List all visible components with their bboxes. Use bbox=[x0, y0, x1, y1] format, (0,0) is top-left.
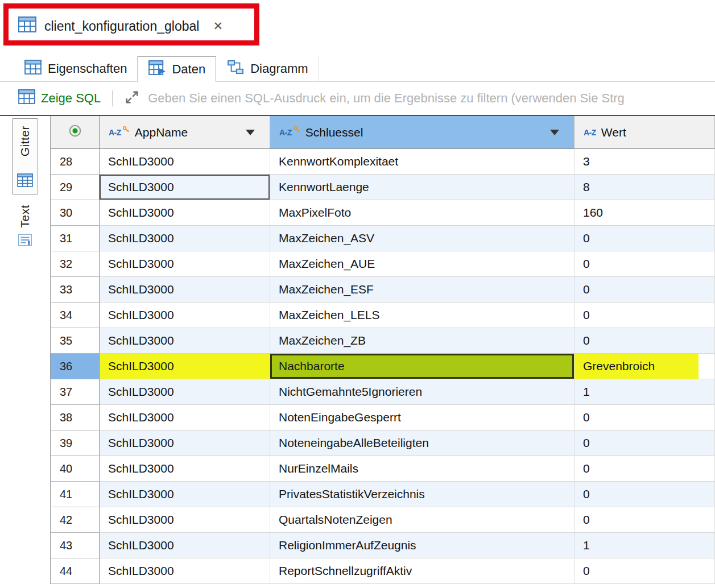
appname-cell[interactable]: SchILD3000 bbox=[100, 354, 270, 379]
appname-cell[interactable]: SchILD3000 bbox=[100, 226, 270, 251]
schluessel-cell[interactable]: MaxZeichen_ZB bbox=[270, 328, 575, 354]
appname-cell[interactable]: SchILD3000 bbox=[100, 456, 270, 482]
schluessel-cell[interactable]: MaxZeichen_ASV bbox=[270, 226, 575, 251]
schluessel-cell[interactable]: ReligionImmerAufZeugnis bbox=[270, 533, 575, 558]
appname-cell[interactable]: SchILD3000 bbox=[100, 507, 270, 533]
row-number-cell[interactable]: 28 bbox=[50, 149, 100, 175]
table-row: 36 SchILD3000 Nachbarorte Grevenbroich bbox=[50, 354, 715, 379]
presentation-text-button[interactable]: Text bbox=[18, 205, 32, 249]
appname-cell[interactable]: SchILD3000 bbox=[100, 303, 270, 328]
table-row: 32 SchILD3000 MaxZeichen_AUE 0 bbox=[50, 251, 715, 277]
appname-cell[interactable]: SchILD3000 bbox=[100, 149, 270, 175]
appname-cell[interactable]: SchILD3000 bbox=[100, 558, 270, 584]
wert-cell[interactable]: 0 bbox=[575, 277, 715, 303]
row-number-cell[interactable]: 41 bbox=[50, 482, 100, 507]
schluessel-cell[interactable]: NoteneingabeAlleBeteiligten bbox=[270, 430, 575, 456]
row-number-cell[interactable]: 36 bbox=[50, 354, 100, 379]
schluessel-cell[interactable]: KennwortKomplexitaet bbox=[270, 149, 575, 175]
column-header-appname[interactable]: A-Z AppName bbox=[100, 116, 270, 149]
table-row: 35 SchILD3000 MaxZeichen_ZB 0 bbox=[50, 328, 715, 354]
row-number-cell[interactable]: 44 bbox=[50, 558, 100, 584]
appname-cell[interactable]: SchILD3000 bbox=[100, 200, 270, 226]
wert-cell[interactable]: 160 bbox=[575, 200, 715, 226]
wert-cell[interactable]: 0 bbox=[575, 430, 715, 456]
schluessel-cell[interactable]: ReportSchnellzugriffAktiv bbox=[270, 558, 575, 584]
row-number-cell[interactable]: 32 bbox=[50, 251, 100, 277]
appname-cell[interactable]: SchILD3000 bbox=[100, 482, 270, 507]
row-number-cell[interactable]: 37 bbox=[50, 379, 100, 405]
schluessel-cell[interactable]: NichtGemahnte5Ignorieren bbox=[270, 379, 575, 405]
wert-cell[interactable]: 1 bbox=[575, 379, 715, 405]
select-all-corner[interactable] bbox=[50, 116, 100, 149]
column-header-wert[interactable]: A-Z Wert bbox=[575, 116, 715, 149]
schluessel-cell[interactable]: MaxZeichen_LELS bbox=[270, 303, 575, 328]
text-icon bbox=[18, 234, 32, 249]
table-data-icon bbox=[148, 60, 166, 78]
wert-cell[interactable]: 0 bbox=[575, 507, 715, 533]
appname-cell[interactable]: SchILD3000 bbox=[100, 379, 270, 405]
tab-daten[interactable]: Daten bbox=[138, 56, 216, 82]
tab-diagramm[interactable]: Diagramm bbox=[216, 56, 319, 81]
column-dropdown-icon[interactable] bbox=[550, 130, 559, 135]
close-icon[interactable]: ✕ bbox=[213, 19, 223, 33]
schluessel-cell[interactable]: PrivatesStatistikVerzeichnis bbox=[270, 482, 575, 507]
table-row: 41 SchILD3000 PrivatesStatistikVerzeichn… bbox=[50, 482, 715, 507]
document-tab[interactable]: client_konfiguration_global ✕ bbox=[0, 16, 223, 36]
schluessel-cell[interactable]: QuartalsNotenZeigen bbox=[270, 507, 575, 533]
wert-cell[interactable]: 0 bbox=[575, 303, 715, 328]
table-row: 38 SchILD3000 NotenEingabeGesperrt 0 bbox=[50, 405, 715, 430]
row-number-cell[interactable]: 34 bbox=[50, 303, 100, 328]
tab-label: Diagramm bbox=[250, 61, 308, 76]
table-icon bbox=[18, 89, 35, 107]
schluessel-cell[interactable]: KennwortLaenge bbox=[270, 175, 575, 200]
wert-cell[interactable]: 3 bbox=[575, 149, 715, 175]
wert-cell[interactable]: 8 bbox=[575, 175, 715, 200]
appname-cell[interactable]: SchILD3000 bbox=[100, 175, 270, 200]
schluessel-cell[interactable]: Nachbarorte bbox=[270, 354, 575, 379]
data-toolbar: Zeige SQL bbox=[0, 82, 715, 116]
row-number-cell[interactable]: 30 bbox=[50, 200, 100, 226]
appname-cell[interactable]: SchILD3000 bbox=[100, 277, 270, 303]
row-number-cell[interactable]: 43 bbox=[50, 533, 100, 558]
data-grid: A-Z AppName A-Z Schl bbox=[50, 116, 715, 587]
results-area: Gitter Text bbox=[0, 116, 715, 587]
row-number-cell[interactable]: 42 bbox=[50, 507, 100, 533]
wert-cell[interactable]: 0 bbox=[575, 226, 715, 251]
expand-filter-icon[interactable] bbox=[124, 89, 140, 107]
wert-cell[interactable]: 1 bbox=[575, 533, 715, 558]
wert-cell[interactable]: 0 bbox=[575, 482, 715, 507]
table-icon bbox=[24, 60, 42, 78]
row-number-cell[interactable]: 38 bbox=[50, 405, 100, 430]
wert-cell[interactable]: Grevenbroich bbox=[575, 354, 715, 379]
wert-cell[interactable]: 0 bbox=[575, 405, 715, 430]
wert-cell[interactable]: 0 bbox=[575, 456, 715, 482]
wert-cell[interactable]: 0 bbox=[575, 328, 715, 354]
row-number-cell[interactable]: 33 bbox=[50, 277, 100, 303]
row-number-cell[interactable]: 40 bbox=[50, 456, 100, 482]
schluessel-cell[interactable]: NurEinzelMails bbox=[270, 456, 575, 482]
tab-eigenschaften[interactable]: Eigenschaften bbox=[14, 56, 138, 81]
appname-cell[interactable]: SchILD3000 bbox=[100, 251, 270, 277]
row-number-cell[interactable]: 29 bbox=[50, 175, 100, 200]
appname-cell[interactable]: SchILD3000 bbox=[100, 430, 270, 456]
appname-cell[interactable]: SchILD3000 bbox=[100, 533, 270, 558]
sql-filter-input[interactable] bbox=[147, 90, 715, 106]
schluessel-cell[interactable]: MaxZeichen_ESF bbox=[270, 277, 575, 303]
wert-cell[interactable]: 0 bbox=[575, 251, 715, 277]
row-number-cell[interactable]: 31 bbox=[50, 226, 100, 251]
schluessel-cell[interactable]: NotenEingabeGesperrt bbox=[270, 405, 575, 430]
schluessel-cell[interactable]: MaxPixelFoto bbox=[270, 200, 575, 226]
column-header-schluessel[interactable]: A-Z Schluessel bbox=[270, 116, 575, 149]
row-number-cell[interactable]: 35 bbox=[50, 328, 100, 354]
appname-cell[interactable]: SchILD3000 bbox=[100, 328, 270, 354]
presentation-switcher: Gitter Text bbox=[0, 116, 50, 587]
row-number-cell[interactable]: 39 bbox=[50, 430, 100, 456]
appname-cell[interactable]: SchILD3000 bbox=[100, 405, 270, 430]
table-row: 28 SchILD3000 KennwortKomplexitaet 3 bbox=[50, 149, 715, 175]
column-dropdown-icon[interactable] bbox=[246, 130, 255, 135]
show-sql-button[interactable]: Zeige SQL bbox=[18, 89, 101, 107]
table-row: 42 SchILD3000 QuartalsNotenZeigen 0 bbox=[50, 507, 715, 533]
presentation-grid-button[interactable]: Gitter bbox=[12, 118, 38, 194]
schluessel-cell[interactable]: MaxZeichen_AUE bbox=[270, 251, 575, 277]
wert-cell[interactable]: 0 bbox=[575, 558, 715, 584]
